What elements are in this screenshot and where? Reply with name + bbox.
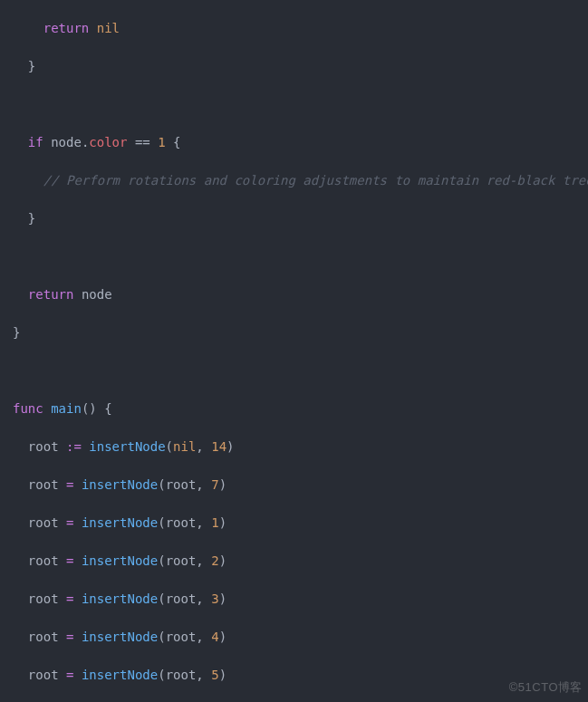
code-line: root = insertNode(root, 3) xyxy=(0,590,588,609)
fn-name: main xyxy=(51,401,82,416)
ident: root xyxy=(166,515,197,530)
code-line: if node.color == 1 { xyxy=(0,133,588,152)
ident: root xyxy=(166,553,197,568)
ident: root xyxy=(28,515,59,530)
op: = xyxy=(66,515,73,530)
code-line: // Perform rotations and coloring adjust… xyxy=(0,171,588,190)
fn-call: insertNode xyxy=(82,630,158,644)
ident: node xyxy=(51,135,82,149)
keyword-func: func xyxy=(13,401,43,416)
ident: root xyxy=(28,630,59,644)
code-line: } xyxy=(0,209,588,228)
code-line xyxy=(0,247,588,266)
nil-literal: nil xyxy=(173,439,196,454)
member: color xyxy=(89,135,127,149)
brace: } xyxy=(28,211,35,226)
code-line xyxy=(0,361,588,380)
num: 3 xyxy=(211,591,218,606)
op: = xyxy=(66,553,73,568)
num: 1 xyxy=(158,135,165,149)
ident: root xyxy=(28,477,59,492)
fn-call: insertNode xyxy=(82,515,158,530)
num: 7 xyxy=(211,477,218,492)
code-line: return nil xyxy=(0,19,588,38)
fn-call: insertNode xyxy=(89,439,165,454)
watermark: ©51CTO博客 xyxy=(509,678,583,697)
fn-call: insertNode xyxy=(82,591,158,606)
ident: root xyxy=(166,477,197,492)
op: = xyxy=(66,668,73,682)
op: = xyxy=(66,477,73,492)
code-line: root = insertNode(root, 4) xyxy=(0,628,588,647)
op: := xyxy=(66,439,82,454)
op: == xyxy=(135,135,150,149)
fn-call: insertNode xyxy=(82,477,158,492)
code-line xyxy=(0,95,588,114)
code-line: root = insertNode(root, 2) xyxy=(0,552,588,571)
keyword-return: return xyxy=(43,21,90,35)
code-block: return nil } if node.color == 1 { // Per… xyxy=(0,0,588,702)
code-line: func main() { xyxy=(0,399,588,418)
code-line: root = insertNode(root, 5) xyxy=(0,666,588,685)
fn-call: insertNode xyxy=(82,668,158,682)
ident: root xyxy=(166,668,197,682)
ident: root xyxy=(28,668,59,682)
brace: } xyxy=(28,59,35,73)
paren: () { xyxy=(82,401,112,416)
brace: { xyxy=(173,135,180,149)
keyword-if: if xyxy=(28,135,43,149)
nil-literal: nil xyxy=(97,21,120,35)
code-line: } xyxy=(0,323,588,342)
code-line: } xyxy=(0,57,588,76)
num: 4 xyxy=(211,630,218,644)
op: = xyxy=(66,591,73,606)
keyword-return: return xyxy=(28,287,74,302)
ident: root xyxy=(28,439,59,454)
ident: node xyxy=(82,287,112,302)
code-line: root = insertNode(root, 7) xyxy=(0,476,588,495)
num: 5 xyxy=(211,668,218,682)
code-line: root := insertNode(nil, 14) xyxy=(0,438,588,457)
code-line: root = insertNode(root, 1) xyxy=(0,514,588,533)
code-line: return node xyxy=(0,285,588,304)
ident: root xyxy=(166,630,197,644)
num: 2 xyxy=(211,553,218,568)
ident: root xyxy=(28,591,59,606)
op: = xyxy=(66,630,73,644)
ident: root xyxy=(166,591,197,606)
fn-call: insertNode xyxy=(82,553,158,568)
num: 1 xyxy=(211,515,218,530)
ident: root xyxy=(28,553,59,568)
comment: // Perform rotations and coloring adjust… xyxy=(43,173,588,188)
num: 14 xyxy=(211,439,227,454)
brace: } xyxy=(13,325,20,340)
